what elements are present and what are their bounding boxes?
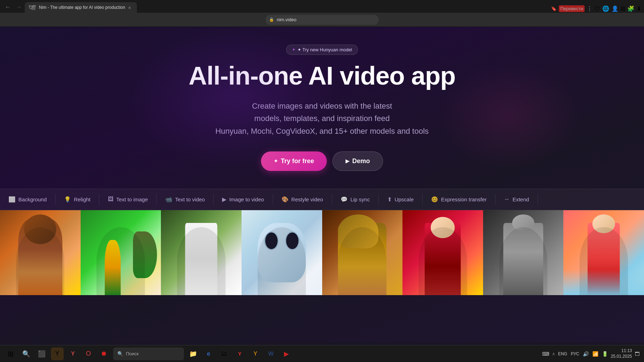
- browser-toolbar-right: 🔖 Перевести ⋮ 🛡 🌐 👤 ⊞ 🧩 ⬇: [551, 5, 644, 13]
- system-tray: ⌨ ∧ ENG РУС 🔊 📶 🔋 11:13 25.01.2025 🗔: [542, 348, 640, 359]
- yandex-browser-2-icon[interactable]: Y: [249, 347, 262, 360]
- clock-display[interactable]: 11:13 25.01.2025: [611, 348, 632, 359]
- relight-tab-icon: 💡: [64, 196, 71, 203]
- image-to-video-tab-icon: ▶: [222, 196, 226, 203]
- download-icon[interactable]: ⬇: [637, 5, 641, 12]
- taskbar-search-bar[interactable]: 🔍 Поиск: [113, 347, 184, 360]
- keyboard-icon[interactable]: ⌨: [542, 351, 549, 357]
- feature-tabs-inner: ⬜ Background 💡 Relight 🖼 Text to image 📹…: [0, 194, 644, 205]
- yandex-disk-icon[interactable]: Y: [233, 347, 246, 360]
- profile-icon[interactable]: 👤: [611, 5, 619, 12]
- gallery-img-fantasy-warrior: [322, 210, 403, 295]
- apps-icon[interactable]: ⊞: [621, 5, 625, 12]
- record-icon[interactable]: ⏺: [98, 347, 110, 360]
- browser-nav-area: ← → ↻: [3, 2, 35, 12]
- gallery-item-woman-red[interactable]: [402, 210, 483, 295]
- gallery-item-woman-beach[interactable]: [563, 210, 644, 295]
- lip-sync-tab-icon: 💬: [341, 196, 348, 203]
- extensions-icon[interactable]: 🧩: [627, 5, 634, 12]
- translate-button[interactable]: Перевести: [559, 5, 585, 12]
- yandex-icon-2[interactable]: Y: [66, 347, 79, 360]
- lip-sync-tab-label: Lip sync: [350, 196, 370, 202]
- globe-icon[interactable]: 🌐: [602, 5, 609, 12]
- subtitle-line3: Hunyuan, Mochi, CogVideoX, and 15+ other…: [215, 127, 429, 136]
- taskbar-search-icon-inner: 🔍: [117, 351, 123, 356]
- background-tab-icon: ⬜: [8, 196, 16, 203]
- restyle-video-tab-icon: 🎨: [282, 196, 289, 203]
- announcement-pill[interactable]: ✦ Try new Hunyuan model: [286, 45, 358, 55]
- taskbar-search-placeholder: Поиск: [126, 351, 139, 356]
- tab-relight[interactable]: 💡 Relight: [56, 194, 99, 205]
- subtitle-line2: models, templates, and inspiration feed: [254, 114, 390, 123]
- edge-icon[interactable]: e: [202, 347, 215, 360]
- task-view-icon[interactable]: ⬛: [35, 347, 48, 360]
- feature-tabs-bar: ⬜ Background 💡 Relight 🖼 Text to image 📹…: [0, 189, 644, 210]
- hero-subtitle: Create images and videos with the latest…: [7, 100, 637, 137]
- gallery-item-child[interactable]: [81, 210, 161, 295]
- demo-button[interactable]: Demo: [332, 151, 383, 171]
- tab-expression-transfer[interactable]: 😊 Expression transfer: [423, 194, 495, 205]
- gallery-item-woman-white[interactable]: [161, 210, 242, 295]
- tab-upscale[interactable]: ⬆ Upscale: [379, 194, 423, 205]
- opera-icon[interactable]: O: [82, 347, 95, 360]
- text-to-image-tab-icon: 🖼: [108, 196, 114, 202]
- extend-tab-label: Extend: [512, 196, 529, 202]
- file-explorer-icon[interactable]: 📁: [187, 347, 199, 360]
- expression-transfer-tab-icon: 😊: [431, 196, 438, 203]
- tab-image-to-video[interactable]: ▶ Image to video: [214, 194, 273, 205]
- tab-restyle-video[interactable]: 🎨 Restyle video: [273, 194, 332, 205]
- windows-start-icon[interactable]: ⊞: [4, 347, 17, 360]
- gallery-item-warrior[interactable]: [0, 210, 81, 295]
- gallery-img-child: [81, 210, 161, 295]
- gallery-item-fantasy-warrior[interactable]: [322, 210, 403, 295]
- sound-icon[interactable]: 🔊: [583, 351, 589, 357]
- try-for-free-button[interactable]: Try for free: [261, 151, 327, 171]
- tab-text-to-image[interactable]: 🖼 Text to image: [99, 194, 157, 205]
- media-icon[interactable]: ▶: [280, 347, 293, 360]
- tab-background[interactable]: ⬜ Background: [0, 194, 56, 205]
- browser-tabs-row: ← → ↻ 🎬 Nim - The ultimate app for AI vi…: [0, 0, 644, 13]
- folder-icon[interactable]: 🗂: [218, 347, 231, 360]
- tab-text-to-video[interactable]: 📹 Text to video: [157, 194, 214, 205]
- upscale-tab-icon: ⬆: [387, 196, 392, 203]
- notification-icon[interactable]: 🗔: [635, 351, 640, 357]
- gallery-img-warrior: [0, 210, 81, 295]
- url-bar[interactable]: 🔒 nim.video: [266, 15, 379, 25]
- forward-button[interactable]: →: [14, 2, 24, 12]
- browser-toolbar: 🔒 nim.video: [0, 13, 644, 27]
- upscale-tab-label: Upscale: [395, 196, 414, 202]
- chevron-up-icon[interactable]: ∧: [552, 351, 555, 356]
- network-icon[interactable]: 📶: [592, 351, 598, 357]
- image-to-video-tab-label: Image to video: [229, 196, 264, 202]
- tab-extend[interactable]: ↔ Extend: [495, 194, 538, 205]
- refresh-button[interactable]: ↻: [25, 2, 35, 12]
- tab-lip-sync[interactable]: 💬 Lip sync: [332, 194, 379, 205]
- tab-close-icon[interactable]: ×: [128, 5, 131, 11]
- shield-icon[interactable]: 🛡: [594, 6, 600, 12]
- gallery-item-creature[interactable]: [242, 210, 322, 295]
- back-button[interactable]: ←: [3, 2, 13, 12]
- bookmark-icon[interactable]: 🔖: [551, 6, 557, 11]
- lang-indicator: ENG: [558, 351, 567, 356]
- text-to-video-tab-label: Text to video: [175, 196, 205, 202]
- announcement-banner: ✦ Try new Hunyuan model: [0, 27, 644, 55]
- menu-icon[interactable]: ⋮: [587, 5, 592, 12]
- browser-tab-active[interactable]: 🎬 Nim - The ultimate app for AI video pr…: [25, 2, 137, 13]
- expression-transfer-tab-label: Expression transfer: [441, 196, 487, 202]
- gallery-img-woman-beach: [563, 210, 644, 295]
- taskbar: ⊞ 🔍 ⬛ Y Y O ⏺ 🔍 Поиск 📁 e 🗂 Y Y W ▶ ⌨ ∧ …: [0, 345, 644, 362]
- gallery-item-skeleton[interactable]: [483, 210, 564, 295]
- tab-title: Nim - The ultimate app for AI video prod…: [39, 5, 125, 10]
- restyle-video-tab-label: Restyle video: [291, 196, 323, 202]
- hero-title: All-in-one AI video app: [7, 62, 637, 90]
- word-icon[interactable]: W: [265, 347, 277, 360]
- yandex-browser-icon[interactable]: Y: [51, 347, 64, 360]
- announcement-text: ✦ Try new Hunyuan model: [297, 47, 352, 52]
- demo-label: Demo: [352, 157, 370, 165]
- battery-icon[interactable]: 🔋: [602, 351, 608, 357]
- background-tab-label: Background: [18, 196, 47, 202]
- browser-frame: ← → ↻ 🎬 Nim - The ultimate app for AI vi…: [0, 0, 644, 362]
- gallery-img-woman-white: [161, 210, 242, 295]
- taskbar-search-icon[interactable]: 🔍: [20, 347, 33, 360]
- clock-time: 11:13: [611, 348, 632, 354]
